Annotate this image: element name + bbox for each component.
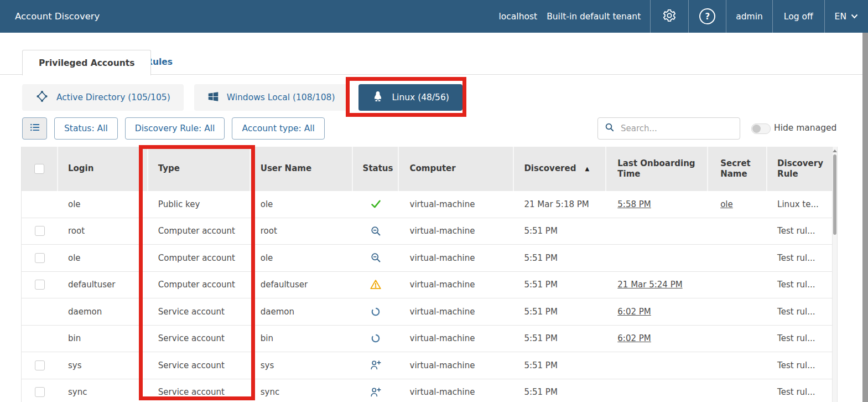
linux-source-button[interactable]: Linux (48/56) <box>358 84 462 111</box>
column-header-discovery-rule[interactable]: Discovery Rule <box>767 147 832 191</box>
computer-cell: virtual-machine <box>399 360 514 370</box>
column-header-status[interactable]: Status <box>353 147 399 191</box>
row-checkbox[interactable] <box>35 360 45 370</box>
type-cell: Service account <box>148 360 251 370</box>
windows-local-source-button[interactable]: Windows Local (108/108) <box>194 84 349 111</box>
column-header-computer[interactable]: Computer <box>399 147 514 191</box>
discovery-rule-filter[interactable]: Discovery Rule: All <box>125 117 225 140</box>
discovery-rule-cell: Test rul... <box>767 253 832 263</box>
discovered-cell: 5:51 PM <box>514 307 606 317</box>
user-add-icon <box>370 386 382 398</box>
last-onboarding-cell: 5:58 PM <box>606 199 708 209</box>
accounts-table: Login Type User Name Status Computer Dis… <box>21 147 832 402</box>
source-buttons: Active Directory (105/105) Windows Local… <box>22 84 462 111</box>
check-icon <box>370 198 382 210</box>
column-header-user-name[interactable]: User Name <box>251 147 353 191</box>
table-scrollbar[interactable] <box>832 147 838 402</box>
table-row[interactable]: defaultuserComputer accountdefaultuservi… <box>22 272 832 299</box>
login-cell: daemon <box>58 307 148 317</box>
discovery-rule-cell: Test rul... <box>767 333 832 343</box>
gear-icon <box>662 8 677 25</box>
select-all-checkbox-cell[interactable] <box>22 147 58 191</box>
column-settings-button[interactable] <box>22 117 47 140</box>
status-cell <box>353 332 399 344</box>
column-header-discovered[interactable]: Discovered ▲ <box>514 147 606 191</box>
windows-icon <box>207 91 219 105</box>
status-cell <box>353 252 399 264</box>
hide-managed-toggle[interactable] <box>751 123 771 134</box>
secret-name-link[interactable]: ole <box>720 199 733 209</box>
discovered-cell: 21 Mar 5:18 PM <box>514 199 606 209</box>
page-scrollbar-thumb[interactable] <box>862 33 868 402</box>
login-cell: defaultuser <box>58 280 148 290</box>
page-scrollbar[interactable] <box>862 33 868 402</box>
computer-cell: virtual-machine <box>399 253 514 263</box>
warning-icon <box>370 279 382 291</box>
discovery-rule-cell: Test rul... <box>767 387 832 397</box>
column-header-login[interactable]: Login <box>58 147 148 191</box>
language-selector[interactable]: EN <box>825 0 868 33</box>
search-input[interactable] <box>620 123 733 134</box>
last-onboarding-link[interactable]: 6:02 PM <box>617 333 651 343</box>
user-menu[interactable]: admin <box>726 0 772 33</box>
status-filter[interactable]: Status: All <box>54 117 118 140</box>
row-checkbox-cell[interactable] <box>22 253 58 263</box>
table-row[interactable]: syncService accountsyncvirtual-machine5:… <box>22 379 832 402</box>
search-box <box>597 117 740 140</box>
list-icon <box>29 121 41 136</box>
table-row[interactable]: daemonService accountdaemonvirtual-machi… <box>22 298 832 326</box>
table-row[interactable]: olePublic keyolevirtual-machine21 Mar 5:… <box>22 191 832 218</box>
computer-cell: virtual-machine <box>399 199 514 209</box>
discovered-cell: 5:51 PM <box>514 280 606 290</box>
table-row[interactable]: sysService accountsysvirtual-machine5:51… <box>22 352 832 379</box>
column-header-secret-name[interactable]: Secret Name <box>708 147 767 191</box>
table-row[interactable]: oleComputer accountolevirtual-machine5:5… <box>22 245 832 272</box>
row-checkbox-cell[interactable] <box>22 280 58 290</box>
table-scrollbar-thumb[interactable] <box>833 154 836 235</box>
last-onboarding-cell: 6:02 PM <box>606 307 708 317</box>
computer-cell: virtual-machine <box>399 333 514 343</box>
computer-cell: virtual-machine <box>399 307 514 317</box>
table-row[interactable]: binService accountbinvirtual-machine5:51… <box>22 326 832 353</box>
last-onboarding-link[interactable]: 5:58 PM <box>617 199 651 209</box>
type-cell: Service account <box>148 307 251 317</box>
user-name-cell: bin <box>251 333 353 343</box>
linux-penguin-icon <box>372 90 384 105</box>
column-header-type[interactable]: Type <box>148 147 251 191</box>
tab-privileged-accounts[interactable]: Privileged Accounts <box>22 50 151 75</box>
user-name-cell: sync <box>251 387 353 397</box>
user-name-cell: ole <box>251 253 353 263</box>
scroll-up-arrow-icon[interactable] <box>833 150 837 152</box>
status-cell <box>353 359 399 372</box>
type-cell: Computer account <box>148 253 251 263</box>
discovered-cell: 5:51 PM <box>514 253 606 263</box>
row-checkbox[interactable] <box>35 253 45 263</box>
login-cell: sys <box>58 360 148 370</box>
progress-icon <box>370 332 382 344</box>
type-cell: Public key <box>148 199 251 209</box>
row-checkbox-cell[interactable] <box>22 387 58 397</box>
row-checkbox[interactable] <box>35 280 45 290</box>
settings-button[interactable] <box>651 0 688 33</box>
help-button[interactable]: ? <box>689 0 726 33</box>
login-cell: bin <box>58 333 148 343</box>
user-name-cell: root <box>251 226 353 236</box>
logoff-button[interactable]: Log off <box>773 0 824 33</box>
login-cell: sync <box>58 387 148 397</box>
column-header-last-onboarding-time[interactable]: Last Onboarding Time <box>606 147 708 191</box>
last-onboarding-link[interactable]: 21 Mar 5:24 PM <box>617 280 682 290</box>
user-name-cell: defaultuser <box>251 280 353 290</box>
table-row[interactable]: rootComputer accountrootvirtual-machine5… <box>22 218 832 245</box>
row-checkbox[interactable] <box>35 387 45 397</box>
account-type-filter[interactable]: Account type: All <box>232 117 325 140</box>
row-checkbox[interactable] <box>35 226 45 236</box>
zoom-out-icon <box>370 252 382 264</box>
top-bar: Account Discovery localhost Built-in def… <box>0 0 868 33</box>
last-onboarding-link[interactable]: 6:02 PM <box>617 307 651 317</box>
active-directory-source-button[interactable]: Active Directory (105/105) <box>22 84 184 111</box>
select-all-checkbox[interactable] <box>34 164 44 174</box>
row-checkbox-cell[interactable] <box>22 226 58 236</box>
type-cell: Computer account <box>148 280 251 290</box>
status-cell <box>353 225 399 237</box>
row-checkbox-cell[interactable] <box>22 360 58 370</box>
